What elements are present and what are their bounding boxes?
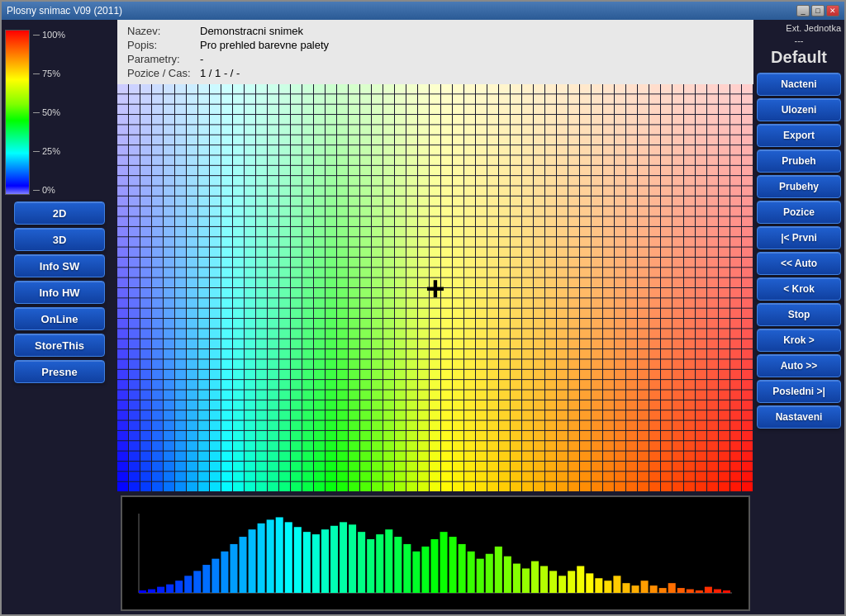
nazev-label: Nazev: <box>127 25 193 37</box>
heatmap-container[interactable]: + <box>117 84 753 492</box>
btn-stop[interactable]: Stop <box>757 303 841 326</box>
parametry-label: Parametry: <box>127 53 193 65</box>
minimize-button[interactable]: _ <box>796 5 810 17</box>
main-content: 100% 75% 50% 25% <box>2 20 844 614</box>
scale-tick <box>33 151 40 152</box>
btn-storethis[interactable]: StoreThis <box>14 334 105 357</box>
titlebar-controls: _ □ ✕ <box>796 5 839 17</box>
titlebar-title: Plosny snimac V09 (2011) <box>7 5 122 17</box>
color-scale-bar <box>5 30 30 195</box>
btn-posledni[interactable]: Posledni >| <box>757 380 841 403</box>
popis-value: Pro prehled barevne palety <box>200 39 329 51</box>
chart-canvas <box>122 497 749 609</box>
btn-krok-left[interactable]: < Krok <box>757 277 841 301</box>
color-scale: 100% 75% 50% 25% <box>5 30 114 195</box>
btn-nastaveni[interactable]: Nastaveni <box>757 405 841 429</box>
viz-area: + <box>117 84 753 614</box>
btn-auto-left[interactable]: << Auto <box>757 252 841 275</box>
btn-prubehy[interactable]: Prubehy <box>757 175 841 198</box>
profile-name: Default <box>757 48 841 67</box>
left-buttons: 2D 3D Info SW Info HW OnLine StoreThis P… <box>5 201 114 383</box>
btn-auto-right[interactable]: Auto >> <box>757 354 841 377</box>
nazev-value: Demonstracni snimek <box>200 25 303 37</box>
bottom-chart <box>121 495 750 611</box>
pozice-label: Pozice / Cas: <box>127 67 193 79</box>
btn-prvni[interactable]: |< Prvni <box>757 226 841 249</box>
scale-label-100: 100% <box>33 30 65 40</box>
btn-info-hw[interactable]: Info HW <box>14 281 105 304</box>
info-row-nazev: Nazev: Demonstracni snimek <box>127 25 744 37</box>
btn-3d[interactable]: 3D <box>14 228 105 251</box>
heatmap-canvas[interactable] <box>117 84 753 492</box>
scale-tick <box>33 35 40 36</box>
titlebar: Plosny snimac V09 (2011) _ □ ✕ <box>2 2 844 20</box>
info-row-popis: Popis: Pro prehled barevne palety <box>127 39 744 51</box>
color-scale-labels: 100% 75% 50% 25% <box>30 30 69 195</box>
popis-label: Popis: <box>127 39 193 51</box>
ext-value: --- <box>757 36 841 45</box>
btn-prubeh[interactable]: Prubeh <box>757 149 841 173</box>
right-panel: Ext. Jednotka --- Default Nacteni Ulozen… <box>753 20 844 614</box>
info-row-pozice: Pozice / Cas: 1 / 1 - / - <box>127 67 744 79</box>
scale-label-75: 75% <box>33 69 65 78</box>
btn-ulozeni[interactable]: Ulozeni <box>757 98 841 121</box>
info-row-parametry: Parametry: - <box>127 53 744 65</box>
ext-label: Ext. Jednotka <box>757 23 841 33</box>
parametry-value: - <box>200 53 203 65</box>
scale-tick <box>33 112 40 113</box>
left-panel: 100% 75% 50% 25% <box>2 20 117 614</box>
btn-presne[interactable]: Presne <box>14 360 105 383</box>
center-area: Nazev: Demonstracni snimek Popis: Pro pr… <box>117 20 753 614</box>
maximize-button[interactable]: □ <box>811 5 825 17</box>
btn-2d[interactable]: 2D <box>14 201 105 225</box>
btn-nacteni[interactable]: Nacteni <box>757 73 841 96</box>
btn-export[interactable]: Export <box>757 124 841 147</box>
window-title: Plosny snimac V09 (2011) <box>7 5 122 17</box>
scale-label-0: 0% <box>33 185 65 195</box>
scale-label-50: 50% <box>33 107 65 117</box>
info-header: Nazev: Demonstracni snimek Popis: Pro pr… <box>117 20 753 84</box>
btn-krok-right[interactable]: Krok > <box>757 329 841 352</box>
pozice-value: 1 / 1 - / - <box>200 67 240 79</box>
btn-info-sw[interactable]: Info SW <box>14 254 105 277</box>
close-button[interactable]: ✕ <box>826 5 839 17</box>
main-window: Plosny snimac V09 (2011) _ □ ✕ 100% <box>0 0 846 616</box>
scale-tick <box>33 190 40 191</box>
scale-label-25: 25% <box>33 146 65 156</box>
btn-pozice[interactable]: Pozice <box>757 201 841 224</box>
scale-tick <box>33 73 40 74</box>
btn-online[interactable]: OnLine <box>14 307 105 330</box>
